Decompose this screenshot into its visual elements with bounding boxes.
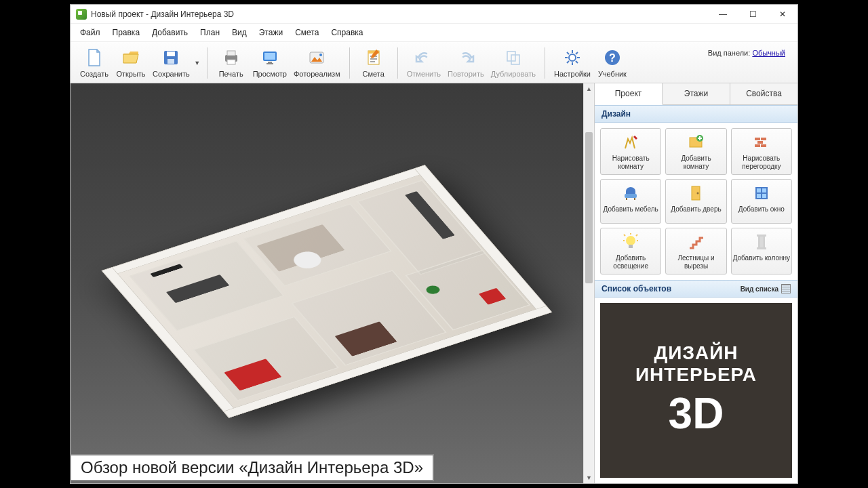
tab-properties[interactable]: Свойства bbox=[730, 83, 797, 104]
add-column-button[interactable]: Добавить колонну bbox=[731, 228, 792, 274]
side-tabs: Проект Этажи Свойства bbox=[595, 83, 797, 105]
estimate-label: Смета bbox=[363, 70, 384, 78]
add-door-label: Добавить дверь bbox=[671, 205, 721, 214]
add-lighting-label: Добавить освещение bbox=[602, 254, 659, 270]
add-column-label: Добавить колонну bbox=[733, 254, 790, 262]
list-view-toggle[interactable]: Вид списка bbox=[741, 284, 791, 293]
toolbar: Создать Открыть Сохранить ▼ bbox=[71, 42, 797, 83]
maximize-button[interactable]: ☐ bbox=[738, 5, 768, 24]
window-title: Новый проект - Дизайн Интерьера 3D bbox=[91, 9, 234, 19]
scroll-down-icon[interactable]: ▼ bbox=[584, 472, 594, 483]
design-header-label: Дизайн bbox=[601, 109, 631, 119]
svg-rect-23 bbox=[755, 144, 760, 147]
window-controls: — ☐ ✕ bbox=[708, 5, 797, 24]
scroll-thumb[interactable] bbox=[585, 132, 593, 283]
draw-partition-label: Нарисовать перегородку bbox=[733, 155, 790, 170]
toolbar-separator bbox=[397, 47, 398, 79]
add-door-button[interactable]: Добавить дверь bbox=[665, 179, 726, 224]
undo-button[interactable]: Отменить bbox=[403, 45, 444, 81]
menu-add[interactable]: Добавить bbox=[146, 26, 193, 39]
panel-mode-prefix: Вид панели: bbox=[708, 49, 750, 57]
menu-view[interactable]: Вид bbox=[226, 26, 252, 39]
svg-rect-21 bbox=[761, 138, 766, 140]
door-icon bbox=[686, 184, 705, 203]
settings-button[interactable]: Настройки bbox=[551, 45, 594, 81]
svg-rect-2 bbox=[167, 59, 174, 64]
minimize-button[interactable]: — bbox=[708, 5, 738, 24]
tutorial-button[interactable]: ? Учебник bbox=[594, 45, 631, 81]
add-lighting-button[interactable]: Добавить освещение bbox=[600, 228, 661, 274]
settings-label: Настройки bbox=[554, 70, 591, 78]
printer-icon bbox=[220, 47, 242, 68]
svg-rect-20 bbox=[755, 138, 760, 140]
draw-room-button[interactable]: Нарисовать комнату bbox=[600, 128, 661, 175]
open-button[interactable]: Открыть bbox=[113, 45, 149, 81]
notepad-icon bbox=[363, 47, 384, 68]
estimate-button[interactable]: Смета bbox=[355, 45, 392, 81]
add-furniture-button[interactable]: Добавить мебель bbox=[600, 179, 661, 224]
help-icon: ? bbox=[601, 47, 623, 68]
svg-rect-32 bbox=[757, 235, 766, 237]
svg-rect-30 bbox=[629, 245, 633, 248]
duplicate-icon bbox=[502, 47, 524, 68]
svg-rect-22 bbox=[757, 141, 763, 144]
list-view-label: Вид списка bbox=[741, 285, 778, 293]
photoreal-button[interactable]: Фотореализм bbox=[290, 45, 344, 81]
window-icon bbox=[752, 184, 771, 203]
print-button[interactable]: Печать bbox=[213, 45, 250, 81]
design-panel: Нарисовать комнату Добавить комнату Нари… bbox=[595, 123, 797, 280]
undo-icon bbox=[413, 47, 435, 68]
menu-file[interactable]: Файл bbox=[75, 26, 106, 39]
create-label: Создать bbox=[80, 70, 108, 78]
save-dropdown[interactable]: ▼ bbox=[193, 45, 201, 81]
redo-label: Повторить bbox=[448, 70, 484, 78]
menu-edit[interactable]: Правка bbox=[107, 26, 146, 39]
preview-button[interactable]: Просмотр bbox=[250, 45, 290, 81]
stairs-cutouts-button[interactable]: Лестницы и вырезы bbox=[665, 228, 726, 274]
add-room-button[interactable]: Добавить комнату bbox=[665, 128, 726, 175]
promo-line-2: 3D bbox=[669, 388, 724, 439]
menu-estimate[interactable]: Смета bbox=[290, 26, 324, 39]
apartment-model bbox=[102, 165, 553, 418]
svg-rect-4 bbox=[227, 51, 235, 56]
draw-partition-button[interactable]: Нарисовать перегородку bbox=[731, 128, 792, 175]
add-window-button[interactable]: Добавить окно bbox=[731, 179, 792, 224]
svg-rect-1 bbox=[167, 52, 175, 56]
viewport-scrollbar[interactable]: ▲ ▼ bbox=[583, 83, 594, 483]
app-icon bbox=[76, 9, 87, 20]
duplicate-label: Дублировать bbox=[491, 70, 536, 78]
undo-label: Отменить bbox=[407, 70, 441, 78]
tutorial-label: Учебник bbox=[598, 70, 627, 78]
column-icon bbox=[752, 232, 771, 251]
menu-plan[interactable]: План bbox=[195, 26, 225, 39]
redo-button[interactable]: Повторить bbox=[444, 45, 488, 81]
panel-mode-link[interactable]: Обычный bbox=[752, 49, 785, 57]
scroll-up-icon[interactable]: ▲ bbox=[584, 83, 594, 94]
3d-viewport[interactable] bbox=[71, 83, 583, 483]
open-label: Открыть bbox=[116, 70, 145, 78]
tab-project[interactable]: Проект bbox=[595, 83, 663, 105]
work-area: ▲ ▼ Проект Этажи Свойства Дизайн Нарисов… bbox=[71, 83, 797, 483]
toolbar-separator bbox=[545, 47, 545, 79]
menu-floors[interactable]: Этажи bbox=[254, 26, 288, 39]
tab-floors[interactable]: Этажи bbox=[663, 83, 730, 104]
svg-point-29 bbox=[626, 236, 635, 245]
furniture-icon bbox=[621, 184, 640, 203]
menu-help[interactable]: Справка bbox=[326, 26, 368, 39]
application-window: Новый проект - Дизайн Интерьера 3D — ☐ ✕… bbox=[70, 4, 798, 484]
stairs-cutouts-label: Лестницы и вырезы bbox=[667, 254, 724, 270]
scroll-track[interactable] bbox=[584, 94, 594, 472]
promo-banner: ДИЗАЙН ИНТЕРЬЕРА 3D bbox=[600, 303, 792, 478]
close-button[interactable]: ✕ bbox=[768, 5, 797, 24]
partition-icon bbox=[752, 133, 771, 152]
folder-open-icon bbox=[120, 47, 142, 68]
monitor-icon bbox=[259, 47, 281, 68]
duplicate-button[interactable]: Дублировать bbox=[488, 45, 539, 81]
create-button[interactable]: Создать bbox=[76, 45, 113, 81]
draw-room-icon bbox=[621, 133, 640, 152]
save-button[interactable]: Сохранить bbox=[149, 45, 193, 81]
svg-rect-8 bbox=[268, 62, 272, 63]
lightbulb-icon bbox=[621, 232, 640, 251]
svg-point-11 bbox=[319, 54, 322, 56]
titlebar: Новый проект - Дизайн Интерьера 3D — ☐ ✕ bbox=[71, 5, 797, 24]
